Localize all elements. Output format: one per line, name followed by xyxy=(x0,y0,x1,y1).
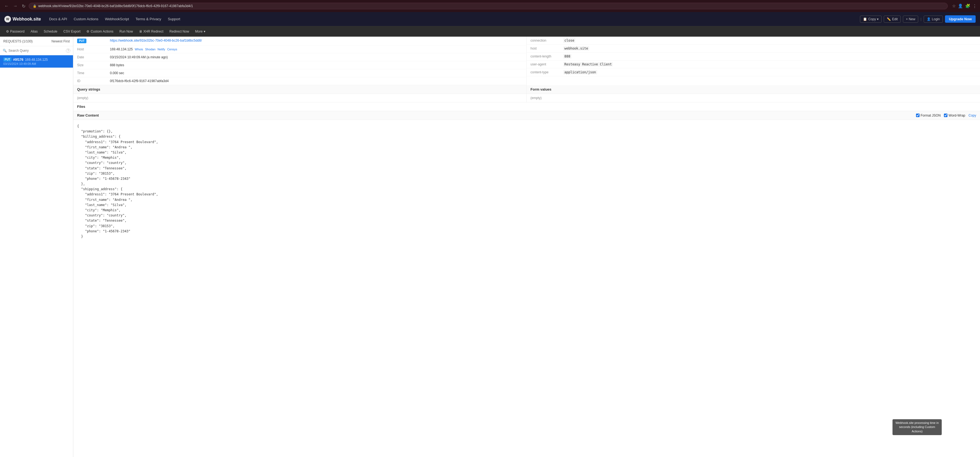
format-json-checkbox[interactable] xyxy=(916,113,920,117)
toolbar-run-now[interactable]: Run Now xyxy=(117,28,135,35)
size-row: Size 888 bytes xyxy=(73,61,527,69)
request-id-short: #0f176 xyxy=(13,58,23,62)
copy-dropdown-icon: ▾ xyxy=(877,17,878,21)
word-wrap-checkbox[interactable] xyxy=(944,113,947,117)
refresh-button[interactable]: ↻ xyxy=(21,2,27,10)
request-date: 03/15/2024 10:49:09 AM xyxy=(3,62,70,66)
app-logo[interactable]: W Webhook.site xyxy=(5,16,41,22)
raw-content-copy-button[interactable]: Copy xyxy=(969,113,976,117)
nav-custom-actions[interactable]: Custom Actions xyxy=(71,15,101,23)
address-bar[interactable]: 🔒 webhook.site/#!/view/91bc02bc-70e0-404… xyxy=(29,3,948,9)
toolbar-redirect-now[interactable]: Redirect Now xyxy=(167,28,192,35)
person-icon: 👤 xyxy=(927,17,931,21)
nav-webhook-script[interactable]: WebhookScript xyxy=(102,15,132,23)
back-button[interactable]: ← xyxy=(3,2,10,10)
whois-link[interactable]: Whois xyxy=(135,48,143,51)
toolbar-more[interactable]: More ▾ xyxy=(192,28,208,35)
user-agent-label: user-agent xyxy=(527,61,560,69)
size-value: 888 bytes xyxy=(106,61,527,69)
upgrade-button[interactable]: Upgrade Now xyxy=(945,15,975,23)
app-nav: Docs & API Custom Actions WebhookScript … xyxy=(46,15,183,23)
browser-actions: ☆ 👤 🧩 ⋮ xyxy=(952,3,977,8)
help-icon[interactable]: ? xyxy=(66,48,70,53)
toolbar-alias[interactable]: Alias xyxy=(28,28,40,35)
chevron-down-icon: ▾ xyxy=(204,30,205,34)
query-form-grid: Query strings (empty) Form values (empty… xyxy=(73,85,980,102)
url-text: webhook.site/#!/view/91bc02bc-70e0-4048-… xyxy=(38,4,193,8)
host-value: 169.48.134.125 Whois Shodan Netify Censy… xyxy=(106,45,527,53)
header-divider: | xyxy=(920,17,921,21)
raw-content-controls: Format JSON Word-Wrap Copy xyxy=(916,113,976,117)
circle-icon: ⚙ xyxy=(6,30,9,34)
nav-support[interactable]: Support xyxy=(165,15,183,23)
menu-button[interactable]: ⋮ xyxy=(973,3,977,8)
id-value: 0f176dcb-f6c6-42f9-9167-41987abfa3d4 xyxy=(106,77,527,85)
profile-button[interactable]: 👤 xyxy=(958,3,963,8)
date-label: Date xyxy=(73,53,106,61)
bookmark-button[interactable]: ☆ xyxy=(952,3,956,8)
extensions-button[interactable]: 🧩 xyxy=(965,3,970,8)
raw-content-title: Raw Content xyxy=(77,113,99,117)
lock-icon: 🔒 xyxy=(33,4,37,8)
query-strings-section: Query strings (empty) xyxy=(73,85,527,102)
nav-terms[interactable]: Terms & Privacy xyxy=(133,15,164,23)
user-agent-row: user-agent Resteasy Reactive Client xyxy=(527,61,980,69)
url-value: https://webhook.site/91bc02bc-70e0-4048-… xyxy=(106,37,527,45)
forward-button[interactable]: → xyxy=(12,2,19,10)
request-url-link[interactable]: https://webhook.site/91bc02bc-70e0-4048-… xyxy=(110,38,202,42)
content-type-value: application/json xyxy=(560,69,980,76)
login-button[interactable]: 👤 Login xyxy=(924,16,943,23)
nav-docs[interactable]: Docs & API xyxy=(46,15,70,23)
shodan-link[interactable]: Shodan xyxy=(145,48,156,51)
copy-button-header[interactable]: 📋 Copy ▾ xyxy=(860,16,881,23)
netify-link[interactable]: Netify xyxy=(158,48,165,51)
query-strings-header: Query strings xyxy=(73,85,527,94)
browser-chrome: ← → ↻ 🔒 webhook.site/#!/view/91bc02bc-70… xyxy=(0,0,980,12)
content-length-label: content-length xyxy=(527,53,560,61)
toolbar-custom-actions[interactable]: ⚙ Custom Actions xyxy=(84,28,116,35)
toolbar-password[interactable]: ⚙ Password xyxy=(3,28,27,35)
connection-label: connection xyxy=(527,37,560,45)
toolbar-xhr-redirect[interactable]: 🖥 XHR Redirect xyxy=(136,28,166,35)
size-label: Size xyxy=(73,61,106,69)
censys-link[interactable]: Censys xyxy=(167,48,177,51)
header-right: 📋 Copy ▾ ✏️ Edit + New | 👤 Login Upgrade… xyxy=(860,15,975,23)
date-value: 03/15/2024 10:49:09 AM (a minute ago) xyxy=(106,53,527,61)
new-button[interactable]: + New xyxy=(903,16,918,23)
toolbar: ⚙ Password Alias Schedule CSV Export ⚙ C… xyxy=(0,26,980,37)
edit-button[interactable]: ✏️ Edit xyxy=(884,16,901,23)
user-agent-value: Resteasy Reactive Client xyxy=(560,61,980,69)
toolbar-csv[interactable]: CSV Export xyxy=(61,28,83,35)
search-icon: 🔍 xyxy=(3,49,7,53)
content-length-row: content-length 888 xyxy=(527,53,980,61)
monitor-icon: 🖥 xyxy=(139,30,142,34)
content-type-row: content-type application/json xyxy=(527,69,980,76)
method-badge: PUT xyxy=(3,58,11,62)
connection-row: connection close xyxy=(527,37,980,45)
query-strings-empty: (empty) xyxy=(73,94,527,102)
method-badge-put: PUT xyxy=(77,38,86,43)
requests-count: REQUESTS (1/100) xyxy=(3,39,33,43)
sidebar-search: 🔍 ? xyxy=(0,46,73,55)
date-row: Date 03/15/2024 10:49:09 AM (a minute ag… xyxy=(73,53,527,61)
host-header-label: host xyxy=(527,45,560,53)
host-header-row: host webhook.site xyxy=(527,45,980,53)
logo-icon: W xyxy=(5,16,11,22)
word-wrap-label[interactable]: Word-Wrap xyxy=(944,113,965,117)
sidebar-header: REQUESTS (1/100) Newest First xyxy=(0,37,73,46)
sidebar-request-item[interactable]: PUT #0f176 169.48.134.125 03/15/2024 10:… xyxy=(0,55,73,68)
content-type-label: content-type xyxy=(527,69,560,76)
url-label: PUT xyxy=(73,37,106,45)
toolbar-schedule[interactable]: Schedule xyxy=(41,28,60,35)
files-section: Files xyxy=(73,102,980,111)
sidebar: REQUESTS (1/100) Newest First 🔍 ? PUT #0… xyxy=(0,37,73,457)
main-layout: REQUESTS (1/100) Newest First 🔍 ? PUT #0… xyxy=(0,37,980,457)
request-info-section: PUT https://webhook.site/91bc02bc-70e0-4… xyxy=(73,37,527,85)
search-input[interactable] xyxy=(8,49,64,53)
format-json-label[interactable]: Format JSON xyxy=(916,113,940,117)
newest-first-label: Newest First xyxy=(51,39,70,43)
request-ip: 169.48.134.125 xyxy=(25,58,48,62)
host-header-value: webhook.site xyxy=(560,45,980,53)
time-row: Time 0.000 sec xyxy=(73,69,527,77)
form-values-empty: (empty) xyxy=(527,94,980,102)
